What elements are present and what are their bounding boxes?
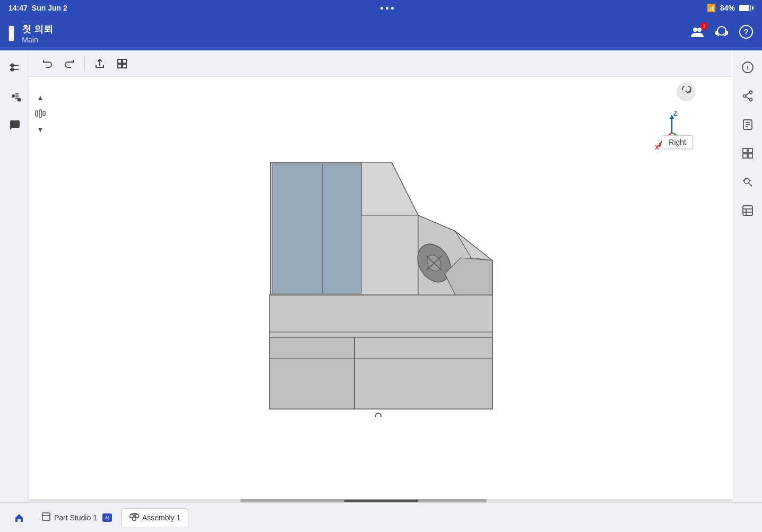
svg-rect-39 [743, 149, 747, 153]
rotate-icon[interactable] [677, 82, 696, 101]
svg-rect-26 [39, 110, 41, 117]
svg-rect-71 [42, 513, 50, 520]
svg-point-30 [750, 91, 752, 94]
svg-text:i: i [747, 64, 748, 71]
tab-part-studio[interactable]: Part Studio 1 서 [34, 509, 119, 527]
svg-rect-40 [748, 149, 752, 153]
redo-button[interactable] [60, 54, 79, 73]
battery-percent: 84% [720, 4, 735, 12]
right-panel: i [733, 50, 762, 502]
cad-model [264, 152, 498, 417]
svg-text:?: ? [744, 28, 749, 36]
table-button[interactable] [737, 200, 758, 221]
page-title: 첫 의뢰 [22, 23, 690, 36]
svg-rect-9 [123, 59, 126, 63]
header-icons: 1 ? [690, 24, 754, 42]
view-down-button[interactable]: ▼ [32, 122, 49, 137]
left-panel: + [0, 50, 29, 502]
svg-rect-3 [716, 31, 718, 34]
tab-assembly[interactable]: Assembly 1 [122, 508, 188, 527]
back-button[interactable]: ‹ [8, 25, 14, 41]
filter-button[interactable] [4, 57, 25, 78]
add-button[interactable]: + [4, 85, 25, 107]
tab-part-studio-badge: 서 [102, 513, 112, 522]
doc-button[interactable] [737, 114, 758, 135]
dot-2 [386, 7, 388, 10]
status-bar: 14:47 Sun Jun 2 📶 84% [0, 0, 762, 16]
cursor-button[interactable] [737, 171, 758, 193]
svg-point-43 [744, 178, 749, 184]
title-group: 첫 의뢰 Main [22, 23, 690, 44]
header: ‹ 첫 의뢰 Main 1 ? [0, 16, 762, 50]
view-middle-button[interactable] [32, 106, 49, 121]
battery-icon [739, 5, 754, 11]
svg-point-2 [717, 27, 726, 35]
info-button[interactable]: i [737, 57, 758, 78]
svg-point-12 [11, 64, 14, 67]
people-icon[interactable]: 1 [690, 24, 705, 42]
grid-button[interactable] [737, 143, 758, 164]
svg-rect-27 [43, 111, 45, 116]
svg-rect-41 [743, 154, 747, 158]
svg-rect-8 [118, 59, 122, 63]
svg-rect-25 [36, 111, 38, 116]
help-icon[interactable]: ? [739, 24, 754, 42]
svg-text:X: X [655, 144, 659, 151]
date-display: Sun Jun 2 [32, 4, 67, 12]
home-tab[interactable] [6, 509, 32, 526]
svg-text:+: + [18, 98, 20, 101]
model-area: Z X Y Right [29, 77, 733, 502]
headset-icon[interactable] [714, 24, 729, 42]
svg-point-0 [693, 28, 697, 32]
svg-rect-42 [748, 154, 752, 158]
dot-1 [380, 7, 383, 10]
share-button[interactable] [737, 85, 758, 107]
tab-bar: Part Studio 1 서 Assembly 1 [0, 502, 762, 532]
svg-rect-62 [272, 164, 361, 293]
page-subtitle: Main [22, 36, 690, 44]
dot-3 [391, 7, 394, 10]
wifi-icon: 📶 [707, 4, 716, 12]
view-label: Right [662, 135, 693, 149]
svg-rect-44 [743, 206, 752, 215]
svg-line-33 [746, 93, 749, 95]
svg-rect-11 [123, 64, 126, 68]
assembly-icon [129, 512, 139, 524]
svg-rect-10 [118, 64, 122, 68]
toolbar-divider [84, 56, 85, 71]
svg-rect-59 [354, 337, 492, 409]
layout-button[interactable] [112, 54, 132, 73]
svg-point-31 [743, 95, 746, 98]
svg-point-18 [12, 95, 14, 97]
undo-button[interactable] [38, 54, 57, 73]
view-up-button[interactable]: ▲ [32, 90, 49, 105]
svg-rect-4 [725, 31, 728, 34]
svg-line-34 [746, 97, 749, 99]
tab-part-studio-label: Part Studio 1 [54, 513, 97, 522]
toolbar [29, 50, 762, 77]
part-studio-icon [41, 512, 51, 524]
svg-point-70 [376, 413, 381, 417]
canvas[interactable]: Z X Y Right [29, 77, 733, 502]
svg-point-13 [11, 68, 14, 71]
view-controls: ▲ ▼ [32, 90, 49, 137]
svg-point-32 [750, 99, 752, 101]
tab-assembly-label: Assembly 1 [142, 513, 180, 522]
svg-text:Z: Z [673, 111, 677, 117]
svg-rect-58 [270, 337, 354, 409]
time-display: 14:47 [8, 4, 28, 12]
axis-indicator: Z X Y [651, 111, 696, 156]
comment-button[interactable] [4, 114, 25, 135]
people-badge: 1 [700, 22, 708, 30]
home-indicator [344, 500, 418, 502]
export-button[interactable] [90, 54, 109, 73]
